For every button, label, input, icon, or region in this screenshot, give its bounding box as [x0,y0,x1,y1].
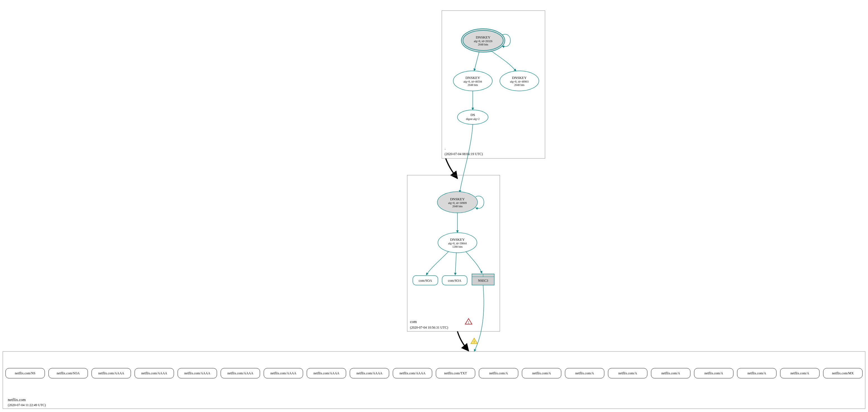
record-box: netflix.com/NS [6,368,44,378]
record-label: netflix.com/SOA [57,371,80,375]
svg-text:DNSKEY: DNSKEY [450,237,465,242]
node-com-zsk: DNSKEY alg=8, id=39844 1280 bits [438,233,477,253]
svg-text:DNSKEY: DNSKEY [512,75,527,80]
edge-com-to-netflix-box [458,331,469,351]
svg-text:2048 bits: 2048 bits [514,84,525,87]
record-box: netflix.com/A [479,368,518,378]
edge-com-zsk-soa1 [426,252,448,275]
record-label: netflix.com/AAAA [184,371,210,375]
record-label: netflix.com/A [704,371,723,375]
svg-text:digest alg=2: digest alg=2 [466,118,479,121]
node-com-ksk: DNSKEY alg=8, id=30909 2048 bits [437,192,477,213]
record-box: netflix.com/A [651,368,690,378]
svg-text:2048 bits: 2048 bits [478,43,488,46]
svg-text:alg=8, id=48903: alg=8, id=48903 [510,80,529,83]
svg-text:alg=8, id=20326: alg=8, id=20326 [474,40,492,43]
node-com-soa-1: com/SOA [413,276,438,285]
record-label: netflix.com/A [576,371,594,375]
record-box: netflix.com/TXT [436,368,475,378]
zone-com-name: com [410,320,417,324]
edge-com-zsk-nsec3 [466,252,482,273]
warning-yellow-icon: ! [471,338,477,344]
svg-text:DS: DS [470,113,475,117]
svg-text:alg=8, id=39844: alg=8, id=39844 [448,242,467,245]
record-label: netflix.com/AAAA [270,371,296,375]
node-root-zsk2: DNSKEY alg=8, id=48903 2048 bits [500,71,539,91]
node-com-soa-2: com/SOA [442,276,467,285]
node-root-ksk: DNSKEY alg=8, id=20326 2048 bits [461,29,505,52]
record-label: netflix.com/AAAA [399,371,425,375]
zone-netflix-name: netflix.com [8,398,26,402]
record-label: netflix.com/TXT [444,371,467,375]
svg-text:DNSKEY: DNSKEY [450,197,465,201]
svg-text:DNSKEY: DNSKEY [466,75,480,80]
record-label: netflix.com/A [489,371,508,375]
record-box: netflix.com/AAAA [92,368,131,378]
edge-root-to-com-box [446,158,458,179]
record-box: netflix.com/AAAA [350,368,389,378]
svg-text:NSEC3: NSEC3 [478,279,488,283]
warning-red-icon: ! [465,319,472,324]
edge-com-zsk-soa2 [455,253,456,275]
record-label: netflix.com/AAAA [142,371,167,375]
zone-root-timestamp: (2020-07-04 08:06:19 UTC) [444,152,483,156]
svg-text:!: ! [474,340,475,343]
record-box: netflix.com/A [737,368,776,378]
svg-text:alg=8, id=46594: alg=8, id=46594 [464,80,482,83]
svg-text:com/SOA: com/SOA [448,279,461,283]
node-nsec3: NSEC3 [472,274,494,285]
svg-rect-36 [3,351,865,409]
zone-root-name: . [444,146,446,150]
record-label: netflix.com/A [532,371,551,375]
svg-text:!: ! [468,320,469,324]
record-label: netflix.com/NS [15,371,35,375]
node-root-ds: DS digest alg=2 [458,110,488,124]
svg-text:com/SOA: com/SOA [418,279,432,283]
record-box: netflix.com/MX [824,368,862,378]
record-box: netflix.com/A [608,368,647,378]
record-box: netflix.com/A [780,368,819,378]
svg-text:DNSKEY: DNSKEY [476,35,491,39]
svg-point-14 [458,110,488,124]
svg-text:alg=8, id=30909: alg=8, id=30909 [448,201,467,204]
record-label: netflix.com/AAAA [227,371,253,375]
zone-netflix-timestamp: (2020-07-04 11:22:49 UTC) [8,403,46,407]
svg-text:2048 bits: 2048 bits [453,205,463,208]
record-label: netflix.com/AAAA [313,371,339,375]
edge-root-ksk-zsk1 [474,52,479,71]
record-box: netflix.com/A [565,368,604,378]
record-label: netflix.com/AAAA [356,371,382,375]
zone-root: . (2020-07-04 08:06:19 UTC) DNSKEY alg=8… [442,10,545,158]
zone-com-timestamp: (2020-07-04 10:56:31 UTC) [410,325,448,329]
zone-com: com (2020-07-04 10:56:31 UTC) DNSKEY alg… [407,175,500,331]
record-label: netflix.com/MX [832,371,854,375]
node-root-zsk1: DNSKEY alg=8, id=46594 2048 bits [453,71,492,91]
svg-text:2048 bits: 2048 bits [468,84,478,87]
record-label: netflix.com/AAAA [98,371,124,375]
record-box: netflix.com/AAAA [307,368,346,378]
record-label: netflix.com/A [790,371,809,375]
svg-text:1280 bits: 1280 bits [453,245,463,248]
record-label: netflix.com/A [661,371,680,375]
record-box: netflix.com/AAAA [264,368,303,378]
record-label: netflix.com/A [747,371,766,375]
record-box: netflix.com/AAAA [393,368,432,378]
record-box: netflix.com/AAAA [178,368,217,378]
dnssec-diagram: . (2020-07-04 08:06:19 UTC) DNSKEY alg=8… [0,0,868,412]
record-box: netflix.com/SOA [49,368,88,378]
edge-root-ksk-zsk2 [491,51,516,71]
record-box: netflix.com/A [694,368,733,378]
record-label: netflix.com/A [618,371,637,375]
record-box: netflix.com/AAAA [135,368,174,378]
record-box: netflix.com/A [522,368,561,378]
record-box: netflix.com/AAAA [221,368,260,378]
zone-netflix: netflix.com (2020-07-04 11:22:49 UTC) ne… [3,351,865,409]
